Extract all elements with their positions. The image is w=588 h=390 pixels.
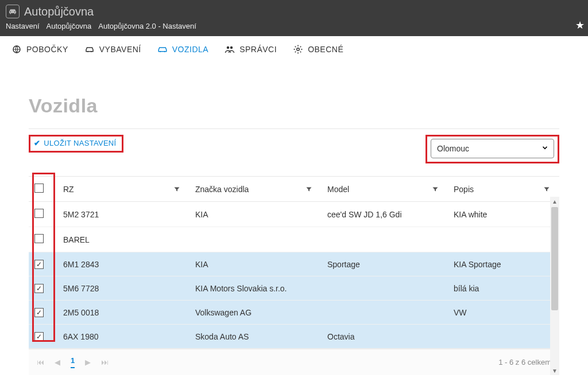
branch-dropdown[interactable]: Olomouc: [431, 139, 554, 158]
table-row[interactable]: 5M2 3721KIAcee'd SW JD 1,6 GdiKIA white: [29, 202, 559, 227]
cell-rz: 6AX 1980: [57, 325, 189, 349]
cell-model: Octavia: [322, 325, 448, 349]
chevron-down-icon: [541, 144, 549, 154]
tab-obecne[interactable]: OBECNÉ: [292, 44, 343, 54]
tab-pobocky[interactable]: POBOČKY: [10, 44, 68, 54]
pager-prev-button[interactable]: ◀: [55, 358, 60, 366]
cell-model: [322, 276, 448, 301]
cell-make: KIA: [189, 252, 322, 276]
cell-rz: 2M5 0018: [57, 301, 189, 325]
save-button[interactable]: ✔ ULOŽIT NASTAVENÍ: [30, 136, 122, 151]
cell-model: [322, 227, 448, 252]
cell-model: Sportage: [322, 252, 448, 276]
breadcrumb: Nastavení Autopůjčovna Autopůjčovna 2.0 …: [6, 22, 582, 30]
tab-vybaveni[interactable]: VYBAVENÍ: [83, 44, 141, 54]
filter-icon[interactable]: [305, 186, 312, 193]
column-header[interactable]: RZ: [63, 185, 74, 194]
svg-point-6: [230, 46, 233, 49]
cell-rz: 5M6 7728: [57, 276, 189, 301]
cell-desc: KIA white: [448, 202, 559, 227]
pager-last-button[interactable]: ⏭: [101, 358, 109, 366]
check-icon: ✔: [34, 139, 40, 147]
svg-point-2: [91, 51, 92, 52]
scroll-thumb[interactable]: [551, 207, 558, 310]
filter-icon[interactable]: [543, 186, 550, 193]
svg-point-7: [297, 48, 300, 51]
table-row[interactable]: 6M1 2843KIASportageKIA Sportage: [29, 252, 559, 276]
row-checkbox[interactable]: [34, 284, 44, 293]
tab-spravci[interactable]: SPRÁVCI: [223, 44, 277, 54]
pager-current-page[interactable]: 1: [71, 356, 75, 368]
column-header[interactable]: Model: [327, 185, 349, 194]
equipment-icon: [83, 44, 96, 54]
car-icon: [156, 44, 169, 54]
cell-desc: [448, 325, 559, 349]
breadcrumb-item[interactable]: Autopůjčovna: [47, 22, 92, 30]
tab-vozidla[interactable]: VOZIDLA: [156, 44, 208, 54]
table-row[interactable]: 6AX 1980Skoda Auto ASOctavia: [29, 325, 559, 349]
filter-icon[interactable]: [432, 186, 439, 193]
app-logo-icon: [6, 5, 20, 18]
scroll-up-icon[interactable]: ▲: [550, 197, 559, 206]
cell-desc: [448, 227, 559, 252]
row-checkbox[interactable]: [34, 209, 44, 218]
cell-make: Volkswagen AG: [189, 301, 322, 325]
people-icon: [223, 44, 236, 54]
row-checkbox[interactable]: [34, 234, 44, 243]
table-row[interactable]: BAREL: [29, 227, 559, 252]
row-checkbox[interactable]: [34, 260, 44, 269]
cell-rz: 5M2 3721: [57, 202, 189, 227]
table-row[interactable]: 2M5 0018Volkswagen AGVW: [29, 301, 559, 325]
globe-icon: [10, 44, 23, 54]
vehicles-table: RZ Značka vozidla Model Popis 5M2 3721KI…: [29, 176, 559, 375]
svg-point-3: [160, 51, 161, 52]
cell-make: KIA Motors Slovakia s.r.o.: [189, 276, 322, 301]
column-header[interactable]: Značka vozidla: [195, 185, 249, 194]
table-row[interactable]: 5M6 7728KIA Motors Slovakia s.r.o.bílá k…: [29, 276, 559, 301]
gear-icon: [292, 44, 304, 54]
pager: ⏮ ◀ 1 ▶ ⏭ 1 - 6 z 6 celkem: [29, 349, 559, 375]
row-checkbox[interactable]: [34, 308, 44, 317]
breadcrumb-item[interactable]: Nastavení: [6, 22, 40, 30]
svg-point-5: [227, 46, 230, 49]
select-all-checkbox[interactable]: [34, 184, 44, 193]
annotation-box: ✔ ULOŽIT NASTAVENÍ: [29, 135, 123, 153]
cell-model: cee'd SW JD 1,6 Gdi: [322, 202, 448, 227]
cell-rz: 6M1 2843: [57, 252, 189, 276]
filter-icon[interactable]: [173, 186, 180, 193]
cell-make: Skoda Auto AS: [189, 325, 322, 349]
svg-point-4: [164, 51, 165, 52]
row-checkbox[interactable]: [34, 332, 44, 341]
tab-bar: POBOČKY VYBAVENÍ VOZIDLA SPRÁVCI OBECNÉ: [0, 36, 588, 66]
pager-summary: 1 - 6 z 6 celkem: [498, 358, 551, 366]
svg-point-1: [87, 51, 88, 52]
cell-desc: VW: [448, 301, 559, 325]
favorite-star-icon[interactable]: ★: [575, 19, 585, 32]
annotation-box: Olomouc: [425, 135, 559, 163]
page-title: Vozidla: [29, 95, 559, 117]
cell-make: [189, 227, 322, 252]
cell-model: [322, 301, 448, 325]
cell-desc: bílá kia: [448, 276, 559, 301]
cell-desc: KIA Sportage: [448, 252, 559, 276]
app-header: Autopůjčovna Nastavení Autopůjčovna Auto…: [0, 0, 588, 36]
cell-rz: BAREL: [57, 227, 189, 252]
app-title: Autopůjčovna: [24, 5, 94, 18]
pager-next-button[interactable]: ▶: [85, 358, 91, 366]
scroll-down-icon[interactable]: ▼: [550, 366, 559, 375]
pager-first-button[interactable]: ⏮: [37, 358, 44, 366]
cell-make: KIA: [189, 202, 322, 227]
breadcrumb-item[interactable]: Autopůjčovna 2.0 - Nastavení: [98, 22, 196, 30]
vertical-scrollbar[interactable]: ▲ ▼: [550, 197, 559, 375]
column-header[interactable]: Popis: [454, 185, 474, 194]
